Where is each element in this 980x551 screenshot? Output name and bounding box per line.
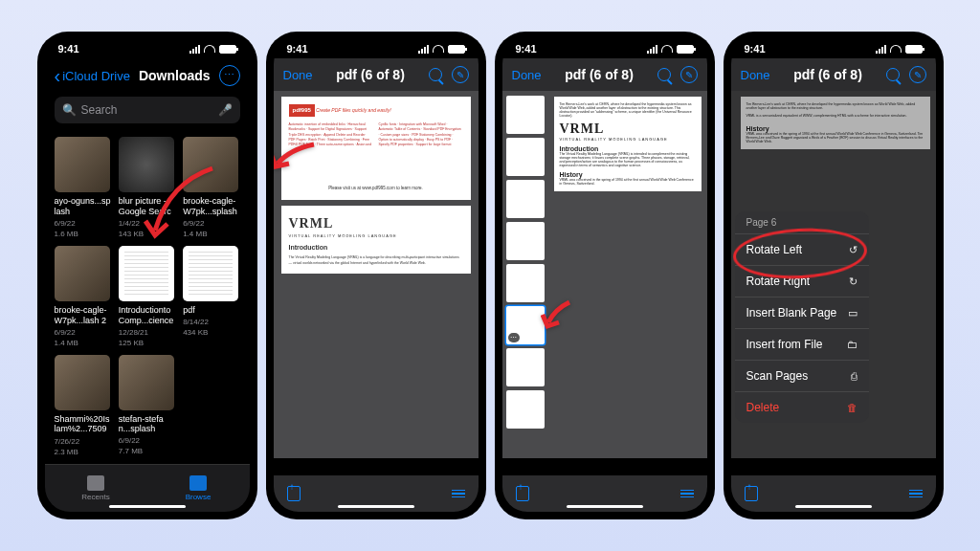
file-name: Shammi%20Islam%2...75099 (55, 414, 111, 435)
nav-files: iCloud Drive Downloads ⋯ (45, 58, 250, 93)
context-menu: Page 6 Rotate Left↺Rotate Right↻Insert B… (735, 211, 869, 423)
file-name: brooke-cagle-W7pk...lash 2 (55, 305, 111, 326)
menu-label: Insert Blank Page (746, 306, 837, 320)
share-icon[interactable] (287, 486, 301, 501)
menu-icon: ⎙ (851, 370, 858, 382)
markup-icon[interactable]: ✎ (680, 66, 698, 83)
done-button[interactable]: Done (741, 68, 770, 82)
file-date: 12/28/21 (119, 328, 175, 337)
search-placeholder: Search (81, 103, 118, 117)
home-indicator[interactable] (567, 505, 643, 508)
page-thumb[interactable] (506, 138, 545, 176)
back-button[interactable]: iCloud Drive (55, 65, 130, 87)
pdf-title: pdf (6 of 8) (336, 67, 405, 82)
search-field[interactable]: 🔍 Search 🎤 (55, 97, 240, 123)
file-item[interactable]: brooke-cagle-W7pk...splash6/9/221.4 MB (183, 137, 239, 238)
page-thumb[interactable] (506, 222, 545, 260)
file-name: pdf (183, 305, 239, 316)
file-size: 1.6 MB (55, 230, 111, 238)
file-size: 7.7 MB (119, 447, 175, 455)
menu-item-rotate-right[interactable]: Rotate Right↻ (735, 266, 869, 298)
main-document[interactable]: Tim Berners-Lee's work at CERN, where he… (548, 91, 707, 458)
done-button[interactable]: Done (283, 68, 313, 82)
file-size: 125 KB (119, 339, 175, 347)
phone-pdf-thumbs: 9:41 Done pdf (6 of 8) ✎ Tim Berners-Lee… (495, 32, 715, 519)
file-item[interactable]: pdf8/14/22434 KB (183, 246, 239, 347)
file-item[interactable]: stefan-stefan...splash6/9/227.7 MB (119, 355, 175, 456)
markup-icon[interactable]: ✎ (452, 66, 469, 83)
page-thumb-selected[interactable] (506, 306, 545, 344)
file-item[interactable]: Shammi%20Islam%2...750997/26/222.3 MB (55, 355, 111, 456)
more-button[interactable]: ⋯ (219, 65, 240, 86)
pdf-viewer[interactable]: pdf995 Create PDF files quickly and easi… (274, 91, 479, 458)
phone-pdf-single: 9:41 Done pdf (6 of 8) ✎ pdf995 Create P… (266, 32, 486, 519)
file-name: brooke-cagle-W7pk...splash (183, 196, 239, 217)
menu-label: Insert from File (746, 338, 823, 351)
file-thumb (183, 246, 238, 301)
file-item[interactable]: ayo-oguns...splash6/9/221.6 MB (55, 137, 111, 238)
search-icon[interactable] (657, 68, 671, 81)
file-date: 6/9/22 (119, 436, 175, 445)
home-indicator[interactable] (109, 505, 186, 508)
page-thumb[interactable] (506, 96, 545, 134)
file-thumb (119, 355, 174, 410)
home-indicator[interactable] (795, 505, 872, 508)
file-date: 8/14/22 (183, 318, 239, 326)
file-size: 1.4 MB (183, 230, 239, 238)
file-date: 6/9/22 (55, 219, 111, 228)
menu-icon: 🗀 (847, 339, 858, 350)
file-date: 1/4/22 (119, 219, 175, 228)
page-thumb[interactable] (506, 264, 545, 302)
thumbnails-icon[interactable] (680, 490, 694, 498)
menu-item-insert-from-file[interactable]: Insert from File🗀 (735, 329, 869, 361)
thumbnails-icon[interactable] (452, 490, 465, 498)
menu-icon: ↺ (849, 244, 858, 256)
status-bar: 9:41 (45, 39, 250, 58)
page-thumb[interactable] (506, 180, 545, 218)
menu-icon: ↻ (849, 276, 858, 288)
file-item[interactable]: blur picture - Google Search1/4/22143 KB (119, 137, 175, 238)
menu-item-delete[interactable]: Delete🗑 (735, 392, 869, 423)
file-size: 2.3 MB (55, 448, 111, 456)
file-item[interactable]: Introductionto Comp...cience12/28/21125 … (119, 246, 175, 347)
menu-item-insert-blank-page[interactable]: Insert Blank Page▭ (735, 298, 869, 329)
share-icon[interactable] (516, 486, 529, 501)
mic-icon[interactable]: 🎤 (218, 103, 233, 117)
file-thumb (55, 137, 110, 192)
menu-header: Page 6 (735, 211, 869, 234)
done-button[interactable]: Done (512, 68, 542, 82)
menu-item-scan-pages[interactable]: Scan Pages⎙ (735, 361, 869, 392)
file-thumb (55, 246, 110, 301)
file-size: 1.4 MB (55, 339, 111, 347)
home-indicator[interactable] (338, 505, 414, 508)
menu-icon: 🗑 (847, 402, 858, 413)
menu-item-rotate-left[interactable]: Rotate Left↺ (735, 234, 869, 266)
file-size: 434 KB (183, 328, 239, 337)
markup-icon[interactable]: ✎ (909, 66, 926, 83)
search-icon: 🔍 (62, 103, 77, 117)
file-item[interactable]: brooke-cagle-W7pk...lash 26/9/221.4 MB (55, 246, 111, 347)
file-date: 6/9/22 (183, 219, 239, 228)
tab-label: Browse (186, 493, 212, 501)
file-date: 6/9/22 (55, 328, 111, 337)
file-name: ayo-oguns...splash (55, 196, 111, 217)
file-date: 7/26/22 (55, 437, 111, 446)
file-name: stefan-stefan...splash (119, 414, 175, 435)
vrml-heading: VRML (289, 213, 463, 233)
clock-icon (87, 475, 104, 491)
search-icon[interactable] (429, 68, 442, 81)
file-size: 143 KB (119, 230, 175, 238)
thumbnails-icon[interactable] (909, 490, 923, 498)
pdf995-logo: pdf995 (289, 104, 315, 117)
page-thumb[interactable] (506, 348, 545, 386)
phone-files: 9:41 iCloud Drive Downloads ⋯ 🔍 Search 🎤… (37, 32, 257, 519)
folder-icon (189, 475, 207, 491)
menu-icon: ▭ (848, 307, 858, 320)
page-thumb[interactable] (506, 390, 545, 429)
thumbnail-sidebar[interactable] (502, 91, 548, 458)
search-icon[interactable] (886, 68, 900, 81)
menu-label: Scan Pages (746, 369, 809, 383)
tab-label: Recents (81, 493, 109, 501)
share-icon[interactable] (745, 486, 758, 501)
file-thumb (55, 355, 110, 410)
